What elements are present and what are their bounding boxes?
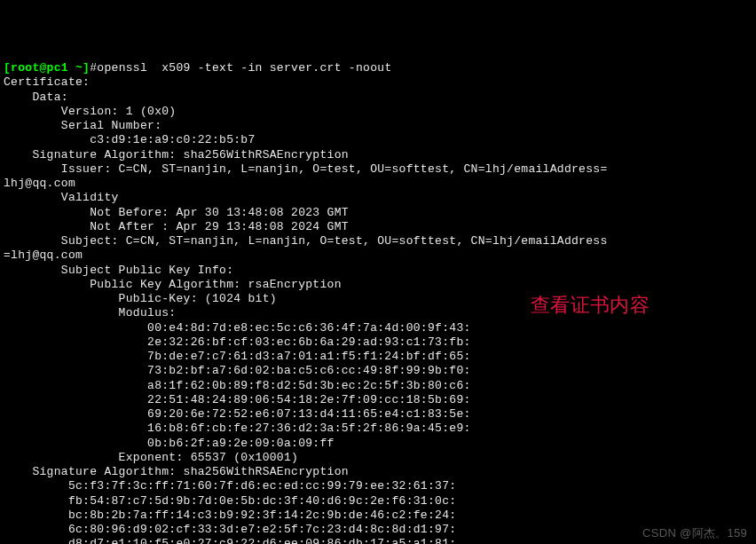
output-line: 73:b2:bf:a7:6d:02:ba:c5:c6:cc:49:8f:99:9… xyxy=(4,364,471,377)
output-line: a8:1f:62:0b:89:f8:d2:5d:3b:ec:2c:5f:3b:8… xyxy=(4,379,471,392)
output-line: 0b:b6:2f:a9:2e:09:0a:09:ff xyxy=(4,437,335,450)
output-line: Public Key Algorithm: rsaEncryption xyxy=(4,278,342,291)
watermark-label: CSDN @阿杰。159 xyxy=(642,526,747,540)
output-line: Signature Algorithm: sha256WithRSAEncryp… xyxy=(4,465,349,478)
output-line: lhj@qq.com xyxy=(4,177,75,190)
output-line: =lhj@qq.com xyxy=(4,248,83,262)
output-line: Validity xyxy=(4,191,119,204)
output-line: Subject Public Key Info: xyxy=(4,264,233,277)
output-line: bc:8b:2b:7a:ff:14:c3:b9:92:3f:14:2c:9b:d… xyxy=(4,509,456,522)
command-input: openssl x509 -text -in server.crt -noout xyxy=(97,61,391,75)
output-line: 7b:de:e7:c7:61:d3:a7:01:a1:f5:f1:24:bf:d… xyxy=(4,350,471,363)
output-line: Subject: C=CN, ST=nanjin, L=nanjin, O=te… xyxy=(4,234,608,248)
output-line: 16:b8:6f:cb:fe:27:36:d2:3a:5f:2f:86:9a:4… xyxy=(4,422,471,435)
output-line: Signature Algorithm: sha256WithRSAEncryp… xyxy=(4,148,349,162)
output-line: 2e:32:26:bf:cf:03:ec:6b:6a:29:ad:93:c1:7… xyxy=(4,335,471,349)
output-line: c3:d9:1e:a9:c0:22:b5:b7 xyxy=(4,133,256,146)
output-line: 00:e4:8d:7d:e8:ec:5c:c6:36:4f:7a:4d:00:9… xyxy=(4,321,471,335)
output-line: Exponent: 65537 (0x10001) xyxy=(4,451,298,464)
output-line: d8:d7:e1:10:f5:e0:27:c9:22:d6:ee:09:86:d… xyxy=(4,537,456,544)
output-line: Certificate: xyxy=(4,75,90,89)
output-line: 6c:80:96:d9:02:cf:33:3d:e7:e2:5f:7c:23:d… xyxy=(4,523,456,536)
output-line: Issuer: C=CN, ST=nanjin, L=nanjin, O=tes… xyxy=(4,162,608,176)
output-line: Not After : Apr 29 13:48:08 2024 GMT xyxy=(4,220,349,233)
output-line: Serial Number: xyxy=(4,119,161,132)
prompt-user-host: [root@pc1 ~] xyxy=(4,61,90,75)
output-line: Modulus: xyxy=(4,306,176,319)
output-line: Public-Key: (1024 bit) xyxy=(4,292,277,305)
output-line: 22:51:48:24:89:06:54:18:2e:7f:09:cc:18:5… xyxy=(4,393,471,406)
output-line: Data: xyxy=(4,91,68,104)
annotation-label: 查看证书内容 xyxy=(531,293,650,318)
output-line: Version: 1 (0x0) xyxy=(4,105,176,118)
output-line: 5c:f3:7f:3c:ff:71:60:7f:d6:ec:ed:cc:99:7… xyxy=(4,479,456,493)
output-line: 69:20:6e:72:52:e6:07:13:d4:11:65:e4:c1:8… xyxy=(4,407,471,421)
output-line: fb:54:87:c7:5d:9b:7d:0e:5b:dc:3f:40:d6:9… xyxy=(4,494,456,508)
output-line: Not Before: Apr 30 13:48:08 2023 GMT xyxy=(4,206,349,219)
